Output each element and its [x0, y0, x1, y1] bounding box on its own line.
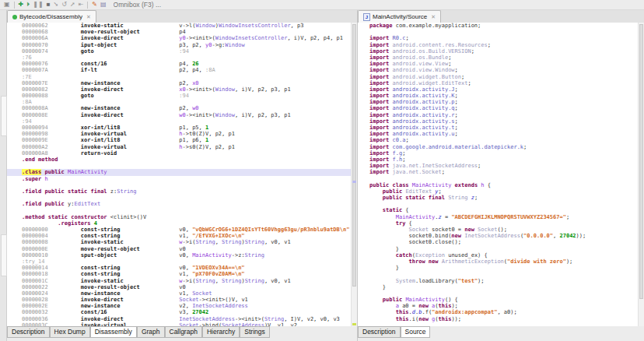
code-token — [369, 188, 383, 195]
code-token: 00000088 — [22, 93, 81, 99]
minimized-panel-handle[interactable] — [1, 96, 7, 136]
stop-icon[interactable]: ■ — [47, 0, 51, 9]
tab-mainactivity-source[interactable]: J MainActivity/Source ✕ — [358, 10, 441, 23]
code-token: invoke-virtual — [81, 131, 179, 137]
asm-line: :7E — [7, 74, 357, 80]
bottom-tab-source[interactable]: Source — [401, 326, 431, 338]
code-token: iput-object — [81, 42, 179, 48]
code-token: ->i( — [183, 239, 196, 245]
code-token: ->t0(Z)V, p2, p1 — [183, 131, 235, 137]
code-token: String — [245, 239, 264, 245]
java-line: import java.net.Socket; — [358, 169, 644, 175]
wand-icon[interactable]: ✎ — [92, 0, 97, 9]
scrollbar-thumb[interactable] — [352, 24, 356, 287]
code-token: w0 — [192, 105, 198, 111]
code-token: ->s0(Z)V, p2, p1 — [183, 144, 235, 150]
java-line — [358, 290, 644, 297]
code-token: new — [451, 233, 461, 239]
code-token: , — [215, 239, 222, 245]
code-token: v0 — [179, 246, 185, 252]
asm-line: 0000008A new-instance p2, w0 — [7, 105, 357, 111]
tab-label: MainActivity/Source — [373, 13, 427, 20]
code-token: .i( — [409, 316, 419, 322]
code-token: -><init>( — [186, 112, 215, 118]
tab-bytecode-disassembly[interactable]: Bytecode/Disassembly ✕ — [7, 10, 96, 23]
minimized-view-bar[interactable] — [0, 10, 7, 341]
bottom-tab-disassembly[interactable]: Disassembly — [90, 326, 137, 338]
code-token: import — [369, 169, 389, 175]
code-token: import — [369, 137, 389, 143]
pause-icon[interactable]: ❚❚ — [33, 0, 43, 9]
close-tab-icon[interactable]: ✕ — [431, 14, 436, 20]
scrollbar-thumb[interactable] — [639, 24, 643, 299]
asm-line: 0000001C invoke-static w->i(String, Stri… — [7, 278, 357, 284]
code-token: invoke-virtual — [81, 144, 179, 150]
asm-line: 00000000 const-string v0, "vQbWGCrOG6+1D… — [7, 227, 357, 233]
right-scrollbar[interactable] — [638, 23, 644, 326]
java-line: } — [358, 265, 644, 271]
bottom-tab-description[interactable]: Description — [7, 326, 50, 338]
code-token: public — [383, 297, 406, 303]
code-token: 00000008 — [22, 239, 81, 245]
code-token: new-instance — [81, 290, 179, 297]
close-tab-icon[interactable]: ✕ — [86, 14, 91, 20]
step-into-icon[interactable]: ➘ — [54, 0, 59, 9]
bottom-tab-hierarchy[interactable]: Hierarchy — [202, 326, 240, 338]
asm-line — [7, 182, 357, 188]
bottom-tab-graph[interactable]: Graph — [137, 326, 165, 338]
code-token: import — [369, 74, 389, 80]
code-token: v->l( — [179, 23, 195, 29]
bottom-tab-hex-dump[interactable]: Hex Dump — [50, 326, 90, 338]
code-token: Window — [225, 42, 244, 48]
code-token — [369, 303, 396, 309]
code-token: (); — [497, 227, 507, 233]
code-token: c0.a — [389, 137, 405, 143]
step-over-icon[interactable]: ↺ — [61, 0, 67, 9]
code-token: androidx.activity.u — [389, 131, 454, 137]
notes-icon[interactable]: ▤ — [100, 0, 107, 9]
disassembly-code-area[interactable]: 00000062 invoke-static v->l(Window)Windo… — [7, 23, 357, 326]
java-line: import androidx.activity.J; — [358, 86, 644, 93]
bottom-tab-callgraph[interactable]: Callgraph — [165, 326, 202, 338]
code-token: :7E — [22, 74, 32, 80]
code-token: v0, — [179, 252, 192, 258]
code-token: , v0, v1 — [264, 278, 291, 284]
asm-line: 00000008 invoke-static w->i(String, Stri… — [7, 239, 357, 245]
code-token: ; — [566, 214, 569, 220]
code-token: 0000007A — [22, 67, 81, 73]
code-token: p4, — [179, 61, 192, 67]
code-token: p2, — [179, 105, 192, 111]
code-token: xor-int/lit8 — [81, 125, 179, 131]
resume-icon[interactable]: ⏵ — [26, 0, 30, 9]
java-code-area[interactable]: package com.example.myapplication; impor… — [358, 23, 644, 326]
restore-window-icon[interactable]: ▣ — [4, 0, 10, 9]
step-out-icon[interactable]: ➚ — [70, 0, 75, 9]
code-token: 27042 — [559, 233, 576, 239]
bottom-tab-strings[interactable]: Strings — [240, 326, 269, 338]
asm-line: .field public y:EditText — [7, 201, 357, 207]
asm-line: .super h — [7, 176, 357, 182]
left-scrollbar[interactable] — [351, 23, 357, 326]
bottom-tab-description[interactable]: Description — [358, 326, 401, 338]
code-token: w0 — [179, 112, 185, 118]
code-token: public — [41, 169, 68, 175]
add-icon[interactable]: ✚ — [19, 0, 24, 9]
step-back-icon[interactable]: ⇤ — [79, 0, 84, 9]
code-token: { — [485, 182, 491, 188]
java-line: import android.content.res.Resources; — [358, 42, 644, 48]
code-token: java.net.InetSocketAddress — [389, 163, 478, 169]
code-token: this — [439, 303, 452, 309]
code-token: String — [448, 195, 467, 201]
code-token: static — [383, 207, 402, 213]
code-token: ; — [448, 54, 451, 61]
code-token: ; — [439, 188, 442, 195]
code-token: com.google.android.material.datepicker.k — [389, 144, 523, 150]
code-token: 00000014 — [22, 265, 81, 271]
java-line: } — [358, 284, 644, 290]
minimized-panel-handle[interactable] — [1, 234, 7, 276]
code-token: goto — [81, 93, 179, 99]
java-line: import android.os.Build.VERSION; — [358, 48, 644, 54]
java-line: import android.view.Window; — [358, 67, 644, 73]
code-token: InetSocketAddress — [464, 233, 520, 239]
omnibox-input[interactable] — [112, 0, 208, 9]
